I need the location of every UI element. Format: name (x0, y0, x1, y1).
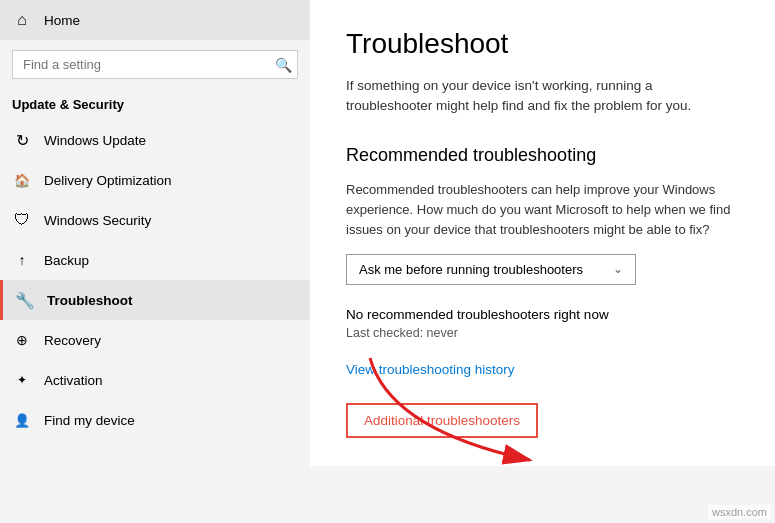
activation-icon: ✦ (12, 370, 32, 390)
sidebar-item-troubleshoot-label: Troubleshoot (47, 293, 133, 308)
sidebar: ⌂ Home 🔍 Update & Security ↻ Windows Upd… (0, 0, 310, 523)
sidebar-item-troubleshoot[interactable]: 🔧 Troubleshoot (0, 280, 310, 320)
sidebar-item-backup-label: Backup (44, 253, 89, 268)
recommended-section-title: Recommended troubleshooting (346, 145, 739, 166)
home-icon: ⌂ (12, 10, 32, 30)
sidebar-item-find-my-device-label: Find my device (44, 413, 135, 428)
page-title: Troubleshoot (346, 28, 739, 60)
no-troubleshooters-text: No recommended troubleshooters right now (346, 307, 739, 322)
main-description: If something on your device isn't workin… (346, 76, 739, 117)
sidebar-item-recovery[interactable]: ⊕ Recovery (0, 320, 310, 360)
search-box: 🔍 (12, 50, 298, 79)
last-checked-text: Last checked: never (346, 326, 739, 340)
search-icon-button[interactable]: 🔍 (275, 57, 292, 73)
troubleshoot-icon: 🔧 (15, 290, 35, 310)
main-content: Troubleshoot If something on your device… (310, 0, 775, 466)
windows-update-icon: ↻ (12, 130, 32, 150)
sidebar-section-title: Update & Security (0, 91, 310, 120)
sidebar-item-activation-label: Activation (44, 373, 103, 388)
sidebar-item-find-my-device[interactable]: 👤 Find my device (0, 400, 310, 440)
sidebar-item-windows-update[interactable]: ↻ Windows Update (0, 120, 310, 160)
sidebar-item-home[interactable]: ⌂ Home (0, 0, 310, 40)
chevron-down-icon: ⌄ (613, 262, 623, 276)
sidebar-item-home-label: Home (44, 13, 80, 28)
find-my-device-icon: 👤 (12, 410, 32, 430)
sidebar-item-backup[interactable]: ↑ Backup (0, 240, 310, 280)
watermark: wsxdn.com (708, 505, 771, 519)
delivery-optimization-icon: 🏠 (12, 170, 32, 190)
recovery-icon: ⊕ (12, 330, 32, 350)
sidebar-item-activation[interactable]: ✦ Activation (0, 360, 310, 400)
main-content-wrapper: Troubleshoot If something on your device… (310, 0, 775, 523)
sidebar-item-windows-security[interactable]: 🛡 Windows Security (0, 200, 310, 240)
sidebar-item-delivery-optimization-label: Delivery Optimization (44, 173, 172, 188)
recommended-section-desc: Recommended troubleshooters can help imp… (346, 180, 739, 240)
view-history-link[interactable]: View troubleshooting history (346, 362, 739, 377)
windows-security-icon: 🛡 (12, 210, 32, 230)
search-input[interactable] (12, 50, 298, 79)
backup-icon: ↑ (12, 250, 32, 270)
troubleshoot-dropdown[interactable]: Ask me before running troubleshooters ⌄ (346, 254, 636, 285)
sidebar-item-recovery-label: Recovery (44, 333, 101, 348)
sidebar-item-delivery-optimization[interactable]: 🏠 Delivery Optimization (0, 160, 310, 200)
sidebar-item-windows-update-label: Windows Update (44, 133, 146, 148)
additional-troubleshooters-button[interactable]: Additional troubleshooters (346, 403, 538, 438)
dropdown-value: Ask me before running troubleshooters (359, 262, 583, 277)
sidebar-item-windows-security-label: Windows Security (44, 213, 151, 228)
